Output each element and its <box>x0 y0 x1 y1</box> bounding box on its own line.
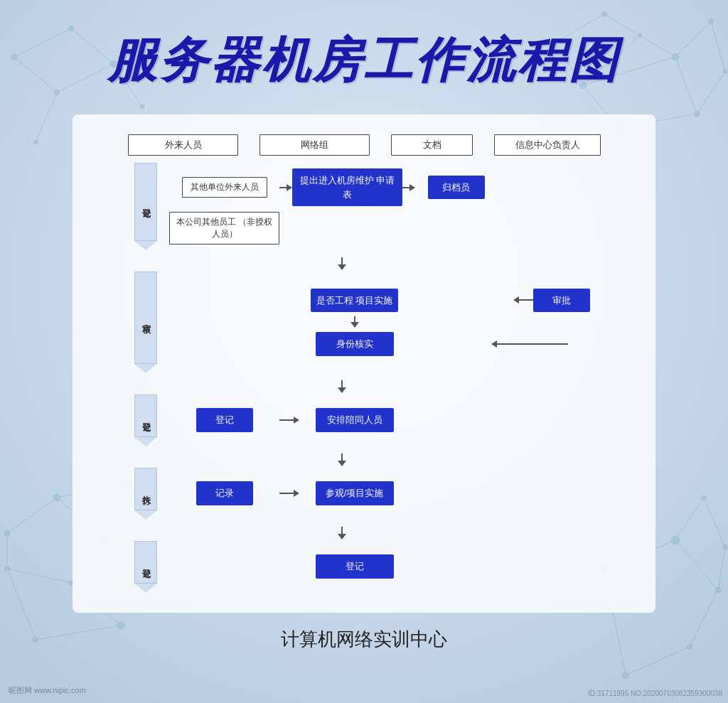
down-arrow-project <box>299 316 410 328</box>
cell-wangluo-apply: 提出进入机房维护 申请表 <box>292 168 402 206</box>
arrow-down-identity <box>128 380 630 393</box>
row-company-staff: 本公司其他员工 （非授权人员） <box>169 212 630 245</box>
stage-arrow-dengji3 <box>134 584 157 593</box>
cell-xinxi-identity <box>491 340 598 348</box>
arrow-down-visit <box>128 527 630 540</box>
stage-label-dengji3: 登记 <box>128 541 164 593</box>
stage-text-dengji3: 登记 <box>140 562 152 563</box>
box-wailai-register: 登记 <box>196 408 253 432</box>
stage-shenhe: 审核 是否工程 项目实施 <box>128 272 630 373</box>
box-wangluo-apply: 提出进入机房维护 申请表 <box>292 168 402 206</box>
arrow-register-arrange <box>279 417 299 424</box>
box-wendang-archive: 归档员 <box>428 176 485 200</box>
cell-wailai-other: 其他单位外来人员 <box>169 177 279 198</box>
stage-content-zhixing: 记录 参观/项目实施 <box>169 468 630 520</box>
box-wangluo-identity: 身份核实 <box>316 332 394 356</box>
down-arrow-visit <box>287 527 397 540</box>
stage-arrow-zhixing <box>134 510 157 520</box>
stage-text-dengji1: 登记 <box>140 201 152 203</box>
arrow-other-to-apply <box>279 184 292 191</box>
stage-text-zhixing: 执行 <box>140 488 152 490</box>
stage-dengji1: 登记 其他单位外来人员 <box>128 163 630 250</box>
stage-dengji2: 登记 登记 安排陪同人员 <box>128 395 630 446</box>
stage-dengji3: 登记 登记 <box>128 541 630 593</box>
cell-xinxi-approve-row: 审批 <box>498 289 605 313</box>
stage-text-dengji2: 登记 <box>140 415 152 417</box>
cell-wangluo-project: 是否工程 项目实施 <box>299 289 410 313</box>
box-wangluo-project: 是否工程 项目实施 <box>311 289 399 313</box>
stage-content-dengji3: 登记 <box>169 541 630 593</box>
row-other-staff: 其他单位外来人员 提出进入机房维护 申请表 <box>169 168 630 206</box>
box-wailai-other: 其他单位外来人员 <box>182 177 267 198</box>
cell-wailai-company: 本公司其他员工 （非授权人员） <box>169 212 279 245</box>
col-header-wendang: 文档 <box>391 134 473 156</box>
cell-wailai-register: 登记 <box>169 408 279 432</box>
stage-label-zhixing: 执行 <box>128 468 164 520</box>
stage-arrow-dengji2 <box>134 437 157 446</box>
down-arrow-arrange <box>287 454 397 466</box>
watermark: ID:31711895 NO:20200703082359300038 <box>588 689 722 697</box>
cell-wangluo-identity: 身份核实 <box>299 332 410 356</box>
arrow-down-apply <box>128 257 630 270</box>
stage-label-dengji2: 登记 <box>128 395 164 446</box>
page-title: 服务器机房工作流程图 <box>108 28 620 93</box>
approve-connector: 审批 <box>513 289 590 313</box>
row-register: 登记 安排陪同人员 <box>169 408 630 432</box>
cell-wailai-record: 记录 <box>169 481 279 505</box>
row-project: 是否工程 项目实施 审批 <box>169 289 630 313</box>
stage-text-shenhe: 审核 <box>140 317 152 318</box>
row-visit: 记录 参观/项目实施 <box>169 481 630 505</box>
cell-wangluo-arrange: 安排陪同人员 <box>299 408 410 432</box>
logo-nipic: 昵图网 www.nipic.com <box>9 685 86 696</box>
col-header-wangluo: 网络组 <box>259 134 370 156</box>
stage-label-shenhe: 审核 <box>128 272 164 373</box>
row-final: 登记 <box>169 554 630 579</box>
row-identity: 身份核实 <box>169 332 630 356</box>
col-header-wailai: 外来人员 <box>128 134 238 156</box>
arrow-apply-to-wendang <box>402 184 415 191</box>
box-wangluo-arrange: 安排陪同人员 <box>316 408 394 432</box>
identity-connector-line <box>491 340 598 348</box>
stage-zhixing: 执行 记录 参观/项目实施 <box>128 468 630 520</box>
box-wangluo-visit: 参观/项目实施 <box>316 481 394 505</box>
stage-label-dengji1: 登记 <box>128 163 164 250</box>
down-arrow-identity <box>287 380 397 393</box>
arrow-down-project <box>169 316 630 328</box>
box-wangluo-final: 登记 <box>316 554 394 579</box>
cell-wendang-archive: 归档员 <box>415 176 497 200</box>
stage-arrow-shenhe <box>134 364 157 373</box>
cell-wangluo-final: 登记 <box>299 554 410 579</box>
stage-content-dengji1: 其他单位外来人员 提出进入机房维护 申请表 <box>169 163 630 250</box>
cell-wangluo-visit: 参观/项目实施 <box>299 481 410 505</box>
box-xinxi-approve: 审批 <box>533 289 590 313</box>
down-arrow-wangluo <box>287 257 397 270</box>
stage-arrow-dengji1 <box>134 241 157 250</box>
box-wailai-company: 本公司其他员工 （非授权人员） <box>169 212 279 245</box>
stage-content-shenhe: 是否工程 项目实施 审批 <box>169 272 630 373</box>
arrow-record-visit <box>279 490 299 497</box>
arrow-down-arrange <box>128 454 630 466</box>
box-wailai-record: 记录 <box>196 481 253 505</box>
flow-chart-container: 外来人员 网络组 文档 信息中心负责人 登记 <box>73 114 655 613</box>
stage-content-dengji2: 登记 安排陪同人员 <box>169 395 630 446</box>
col-header-xinxi: 信息中心负责人 <box>494 134 601 156</box>
spacer-wailai <box>156 257 267 270</box>
column-headers: 外来人员 网络组 文档 信息中心负责人 <box>128 134 630 156</box>
footer-text: 计算机网络实训中心 <box>281 627 447 652</box>
